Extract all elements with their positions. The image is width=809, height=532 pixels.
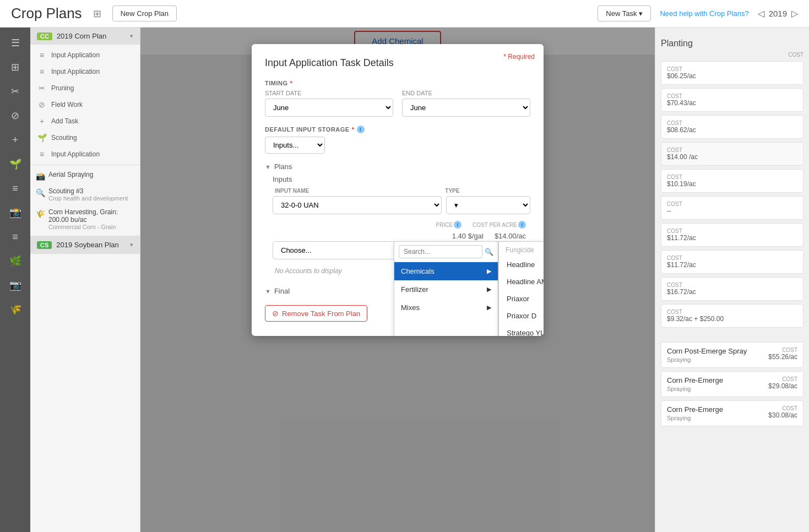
item-headline-amp[interactable]: Headline AMP: [499, 273, 544, 290]
input1-type-select[interactable]: ▾: [446, 196, 530, 214]
aerial-spraying-item[interactable]: 📸 Aerial Spraying: [30, 167, 140, 184]
storage-select[interactable]: Inputs...: [265, 137, 325, 154]
end-date-select[interactable]: June: [402, 99, 530, 117]
input-icon-1: ≡: [37, 51, 47, 59]
input-icon-3: ≡: [37, 150, 47, 159]
header-left: Crop Plans ⊞ New Crop Plan: [11, 5, 177, 22]
sidebar-icon-field[interactable]: ⊘: [6, 106, 25, 126]
sidebar-icon-leaf[interactable]: 🌿: [6, 251, 25, 271]
corn-pre-emerge-2: Corn Pre-Emerge Spraying COST $30.08/ac: [661, 400, 803, 426]
aerial-icon: 📸: [36, 172, 45, 181]
corn-item-prune[interactable]: ✂ Pruning: [30, 80, 140, 96]
item-priaxor[interactable]: Priaxor: [499, 290, 544, 307]
dropdown-container: 🔍 Chemicals ▶ Fertilizer ▶: [394, 241, 544, 336]
corn-item-field[interactable]: ⊘ Field Work: [30, 96, 140, 113]
item-headline[interactable]: Headline: [499, 256, 544, 273]
harvest-icon: 🌾: [36, 209, 45, 218]
input-row-2: Choose... 🔍: [273, 241, 530, 259]
corn-item-scout[interactable]: 🌱 Scouting: [30, 129, 140, 146]
right-item-6: COST --: [661, 196, 803, 220]
categories-dropdown: 🔍 Chemicals ▶ Fertilizer ▶: [394, 241, 498, 336]
corn-plan-badge: CC: [37, 32, 52, 40]
modal-title: Input Application Task Details: [265, 57, 530, 69]
scouting-icon: 🔍: [36, 188, 45, 197]
sidebar-icon-camera[interactable]: 📸: [6, 203, 25, 222]
modal-overlay: Input Application Task Details * Require…: [140, 28, 655, 532]
sidebar-icon-spray[interactable]: ≡: [6, 178, 25, 198]
input-row-1: 32-0-0 UAN ▾: [273, 196, 530, 214]
right-panel: Planting COST COST $06.25/ac COST $70.43…: [655, 28, 809, 532]
input-icon-2: ≡: [37, 67, 47, 76]
right-item-9: COST $16.72/ac: [661, 277, 803, 301]
corn-harvesting-item[interactable]: 🌾 Corn Harvesting, Grain: 200.00 bu/ac C…: [30, 205, 140, 234]
category-chemicals[interactable]: Chemicals ▶: [394, 262, 498, 280]
category-search-input[interactable]: [399, 245, 482, 258]
soybean-plan-section: CS 2019 Soybean Plan ▾: [30, 236, 140, 254]
planting-header: Planting: [661, 33, 803, 52]
sidebar-icon-add[interactable]: +: [6, 130, 25, 150]
category-fertilizer[interactable]: Fertilizer ▶: [394, 280, 498, 298]
chevron-down-icon: ▾: [639, 9, 643, 18]
right-item-1: COST $06.25/ac: [661, 61, 803, 85]
left-panel: CC 2019 Corn Plan ▾ ≡ Input Application …: [30, 28, 140, 532]
top-header: Crop Plans ⊞ New Crop Plan New Task ▾ Ne…: [0, 0, 809, 28]
right-item-2: COST $70.43/ac: [661, 88, 803, 112]
items-dropdown: Fungicide Headline Headline AMP Priaxor …: [498, 241, 544, 336]
remove-icon: ⊘: [272, 309, 279, 318]
sidebar-icon-crop[interactable]: ✂: [6, 82, 25, 101]
price-info-icon: i: [454, 221, 461, 229]
corn-item-input1[interactable]: ≡ Input Application: [30, 47, 140, 63]
price-value: 1.40 $/gal: [452, 232, 484, 240]
prune-icon: ✂: [37, 84, 47, 93]
prev-year-button[interactable]: ◁: [758, 8, 764, 19]
center-content: Add Chemical Input Application Task Deta…: [140, 28, 655, 532]
sidebar-icon-grid[interactable]: ⊞: [6, 57, 25, 77]
right-item-3: COST $08.62/ac: [661, 115, 803, 139]
help-link[interactable]: Need help with Crop Plans?: [660, 9, 748, 18]
corn-item-input2[interactable]: ≡ Input Application: [30, 63, 140, 80]
storage-info-icon: i: [357, 126, 365, 133]
right-item-10: COST $9.32/ac + $250.00: [661, 304, 803, 328]
input1-select[interactable]: 32-0-0 UAN: [273, 196, 442, 214]
add-icon: +: [37, 117, 47, 126]
soybean-plan-name: 2019 Soybean Plan: [56, 241, 118, 249]
corn-plan-section: CC 2019 Corn Plan ▾ ≡ Input Application …: [30, 28, 140, 236]
right-item-4: COST $14.00 /ac: [661, 142, 803, 166]
corn-item-input3[interactable]: ≡ Input Application: [30, 146, 140, 162]
required-note: * Required: [503, 53, 535, 61]
scouting3-item[interactable]: 🔍 Scouting #3 Crop health and developmen…: [30, 184, 140, 205]
main-layout: ☰ ⊞ ✂ ⊘ + 🌱 ≡ 📸 ≡ 🌿 📷 🌾 CC 2019 Corn Pla…: [0, 28, 809, 532]
corn-plan-arrow: ▾: [130, 32, 133, 40]
sidebar-icon-wheat[interactable]: 🌾: [6, 300, 25, 319]
fertilizer-arrow-icon: ▶: [487, 286, 491, 293]
next-year-button[interactable]: ▷: [791, 8, 798, 19]
sidebar-icon-list[interactable]: ☰: [6, 33, 25, 53]
search-icon: 🔍: [485, 248, 493, 256]
page-title: Crop Plans: [11, 5, 82, 22]
corn-post-emerge: Corn Post-Emerge Spray Spraying COST $55…: [661, 342, 803, 368]
item-priaxor-d[interactable]: Priaxor D: [499, 307, 544, 324]
cost-value: $14.00/ac: [495, 232, 526, 240]
remove-task-button[interactable]: ⊘ Remove Task From Plan: [265, 305, 367, 322]
scout-icon: 🌱: [37, 133, 47, 142]
field-icon: ⊘: [37, 100, 47, 109]
new-task-button[interactable]: New Task ▾: [598, 6, 651, 21]
storage-row: DEFAULT INPUT STORAGE * i Inputs...: [265, 126, 530, 154]
year-display: 2019: [769, 9, 787, 18]
sidebar-icon-camera2[interactable]: 📷: [6, 275, 25, 295]
soybean-plan-badge: CS: [37, 241, 52, 249]
final-arrow: ▼: [265, 288, 271, 295]
grid-icon[interactable]: ⊞: [93, 8, 101, 20]
sidebar-icon-scan[interactable]: ≡: [6, 227, 25, 247]
corn-item-add[interactable]: + Add Task: [30, 113, 140, 129]
new-crop-plan-button[interactable]: New Crop Plan: [112, 6, 177, 21]
header-right: New Task ▾ Need help with Crop Plans? ◁ …: [598, 6, 798, 21]
right-item-5: COST $10.19/ac: [661, 169, 803, 193]
sidebar-icon-plant[interactable]: 🌱: [6, 154, 25, 174]
corn-plan-header[interactable]: CC 2019 Corn Plan ▾: [30, 28, 140, 45]
right-item-8: COST $11.72/ac: [661, 250, 803, 274]
start-date-select[interactable]: June: [265, 99, 393, 117]
item-stratego[interactable]: Stratego YLD Fungicide: [499, 324, 544, 336]
category-mixes[interactable]: Mixes ▶: [394, 298, 498, 317]
soybean-plan-header[interactable]: CS 2019 Soybean Plan ▾: [30, 236, 140, 253]
